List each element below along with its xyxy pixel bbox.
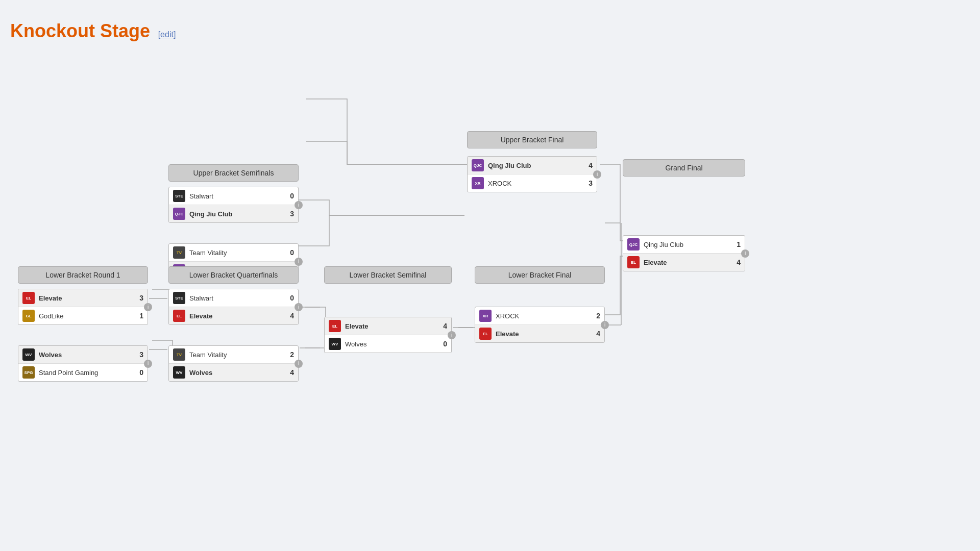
lb-r1-2-team2-row: SPG Stand Point Gaming 0 xyxy=(18,364,148,381)
lb-r1-1-team1-row: EL Elevate 3 xyxy=(18,289,148,307)
lb-f-info[interactable]: i xyxy=(601,321,609,329)
bracket-connectors xyxy=(10,57,970,465)
stalwart-logo: STE xyxy=(173,190,185,202)
ub-sf-2-team1-name: Team Vitality xyxy=(189,249,285,257)
ub-f-label: Upper Bracket Final xyxy=(467,131,597,148)
lb-qf-match-2: TV Team Vitality 2 WV Wolves 4 i xyxy=(168,345,299,382)
lb-qf-1-info[interactable]: i xyxy=(295,303,303,311)
qjc-logo-ubf: QJC xyxy=(472,159,484,171)
lb-f-team1-name: XROCK xyxy=(496,312,591,320)
ub-sf-1-team2-name: Qing Jiu Club xyxy=(189,210,285,218)
lb-qf-column: Lower Bracket Quarterfinals STE Stalwart… xyxy=(168,266,299,387)
lb-qf-2-info[interactable]: i xyxy=(295,360,303,368)
ub-sf-1-team1-name: Stalwart xyxy=(189,192,285,200)
qjc-logo-gf: QJC xyxy=(627,238,640,251)
lb-r1-1-team1-score: 3 xyxy=(134,294,143,302)
gf-team2-score: 4 xyxy=(731,258,741,266)
ub-sf-2-team1-row: TV Team Vitality 0 xyxy=(169,244,298,262)
lb-f-column: Lower Bracket Final XR XROCK 2 EL Elevat… xyxy=(475,266,605,348)
ub-sf-1-team2-score: 3 xyxy=(285,210,294,218)
godlike-logo: GL xyxy=(22,310,35,322)
gf-info[interactable]: i xyxy=(741,249,749,258)
ub-sf-1-info[interactable]: i xyxy=(295,201,303,209)
lb-qf-1-team2-name: Elevate xyxy=(189,312,285,320)
ub-f-column: Upper Bracket Final QJC Qing Jiu Club 4 … xyxy=(467,131,597,197)
ub-f-team1-score: 4 xyxy=(583,161,593,169)
lb-sf-team2-score: 0 xyxy=(438,340,447,348)
lb-qf-1-team1-row: STE Stalwart 0 xyxy=(169,289,298,307)
lb-r1-match-2: WV Wolves 3 SPG Stand Point Gaming 0 i xyxy=(18,345,148,382)
ub-f-team2-score: 3 xyxy=(583,179,593,187)
lb-r1-2-team1-row: WV Wolves 3 xyxy=(18,346,148,364)
lb-r1-label: Lower Bracket Round 1 xyxy=(18,266,148,284)
elevate-logo-lbsf: EL xyxy=(329,320,341,332)
gf-column: Grand Final QJC Qing Jiu Club 1 EL Eleva… xyxy=(623,159,745,277)
ub-sf-2-info[interactable]: i xyxy=(295,258,303,266)
lb-r1-2-team2-score: 0 xyxy=(134,368,143,377)
edit-link[interactable]: [edit] xyxy=(158,30,176,39)
lb-r1-2-team1-score: 3 xyxy=(134,350,143,359)
lb-r1-2-info[interactable]: i xyxy=(144,360,152,368)
ub-sf-1-team1-row: STE Stalwart 0 xyxy=(169,187,298,205)
lb-f-team2-name: Elevate xyxy=(496,330,591,338)
lb-sf-match-1: EL Elevate 4 WV Wolves 0 i xyxy=(324,317,452,353)
xrock-logo-lbf: XR xyxy=(479,310,492,322)
lb-qf-2-team1-score: 2 xyxy=(285,350,294,359)
lb-qf-1-team1-name: Stalwart xyxy=(189,294,285,302)
lb-sf-info[interactable]: i xyxy=(448,331,456,339)
ub-sf-2-team1-score: 0 xyxy=(285,248,294,257)
elevate-logo-lbr1: EL xyxy=(22,292,35,304)
connector-lines xyxy=(10,57,970,414)
gf-team2-row: EL Elevate 4 xyxy=(623,254,745,271)
lb-r1-1-info[interactable]: i xyxy=(144,303,152,311)
lb-qf-1-team2-score: 4 xyxy=(285,312,294,320)
ub-sf-match-1: STE Stalwart 0 QJC Qing Jiu Club 3 i xyxy=(168,187,299,223)
xrock-logo-ubf: XR xyxy=(472,177,484,189)
gf-team1-name: Qing Jiu Club xyxy=(644,241,731,248)
lb-r1-column: Lower Bracket Round 1 EL Elevate 3 GL Go… xyxy=(18,266,148,387)
lb-f-team2-row: EL Elevate 4 xyxy=(475,325,604,342)
lb-r1-1-team2-score: 1 xyxy=(134,312,143,320)
gf-team1-score: 1 xyxy=(731,240,741,248)
lb-qf-2-team2-name: Wolves xyxy=(189,369,285,377)
ub-sf-label: Upper Bracket Semifinals xyxy=(168,164,299,182)
wolves-logo-lbsf: WV xyxy=(329,338,341,350)
elevate-logo-gf: EL xyxy=(627,256,640,268)
ub-f-match-1: QJC Qing Jiu Club 4 XR XROCK 3 i xyxy=(467,156,597,192)
gf-match-1: QJC Qing Jiu Club 1 EL Elevate 4 i xyxy=(623,235,745,271)
gf-label: Grand Final xyxy=(623,159,745,177)
page-title: Knockout Stage xyxy=(10,20,150,42)
lb-r1-1-team1-name: Elevate xyxy=(39,294,134,302)
ub-f-info[interactable]: i xyxy=(593,170,601,179)
ub-f-team2-row: XR XROCK 3 xyxy=(468,174,597,192)
lb-qf-2-team1-row: TV Team Vitality 2 xyxy=(169,346,298,364)
qjc-logo: QJC xyxy=(173,208,185,220)
lb-r1-1-team2-name: GodLike xyxy=(39,312,134,320)
page: Knockout Stage [edit] U xyxy=(0,0,980,435)
lb-sf-column: Lower Bracket Semifinal EL Elevate 4 WV … xyxy=(324,266,452,358)
wolves-logo-lbqf: WV xyxy=(173,366,185,379)
stalwart-logo-lbqf: STE xyxy=(173,292,185,304)
elevate-logo-lbf: EL xyxy=(479,328,492,340)
elevate-logo-lbqf: EL xyxy=(173,310,185,322)
ub-sf-1-team1-score: 0 xyxy=(285,192,294,200)
gf-team2-name: Elevate xyxy=(644,259,731,266)
lb-f-team1-score: 2 xyxy=(591,312,600,320)
lb-sf-team2-row: WV Wolves 0 xyxy=(325,335,451,353)
lb-f-label: Lower Bracket Final xyxy=(475,266,605,284)
lb-sf-label: Lower Bracket Semifinal xyxy=(324,266,452,284)
lb-sf-team2-name: Wolves xyxy=(345,340,438,348)
lb-r1-match-1: EL Elevate 3 GL GodLike 1 i xyxy=(18,289,148,325)
ub-sf-1-team2-row: QJC Qing Jiu Club 3 xyxy=(169,205,298,222)
vitality-logo: TV xyxy=(173,246,185,259)
lb-sf-team1-score: 4 xyxy=(438,322,447,330)
lb-qf-2-team1-name: Team Vitality xyxy=(189,351,285,359)
vitality-logo-lbqf: TV xyxy=(173,348,185,361)
lb-qf-match-1: STE Stalwart 0 EL Elevate 4 i xyxy=(168,289,299,325)
ub-f-team1-row: QJC Qing Jiu Club 4 xyxy=(468,157,597,174)
bracket-layout: Upper Bracket Semifinals STE Stalwart 0 … xyxy=(10,57,970,414)
page-header: Knockout Stage [edit] xyxy=(10,20,970,57)
lb-qf-1-team1-score: 0 xyxy=(285,294,294,302)
ub-f-team2-name: XROCK xyxy=(488,180,583,187)
lb-r1-2-team2-name: Stand Point Gaming xyxy=(39,369,134,377)
